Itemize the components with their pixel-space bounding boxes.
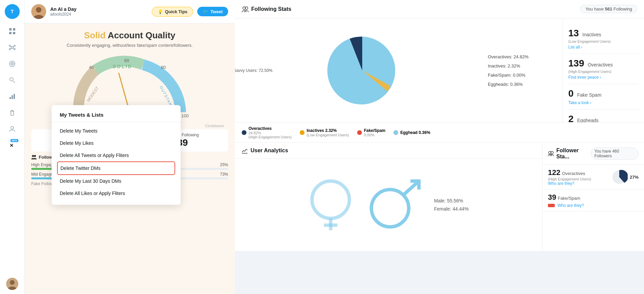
dropdown-item-3[interactable]: Delete Twitter DMs [57, 161, 175, 175]
svg-text:100: 100 [181, 113, 189, 118]
svg-point-9 [9, 48, 11, 50]
follower-overactives: 122 Overactives (High Engagement Users) … [542, 165, 644, 190]
inactives-link[interactable]: List all › [568, 45, 639, 50]
quality-title: Solid Account Quality [31, 30, 228, 41]
follower-fakespam-num: 39 [548, 193, 556, 201]
overactives-legend-sub2: (High Engagement Users) [249, 135, 292, 139]
svg-text:T: T [11, 9, 14, 14]
pie-legend: Overactives 24.82% (High Engagement User… [235, 122, 644, 142]
legend-overactives: Overactives 24.82% (High Engagement User… [242, 126, 292, 139]
gender-stats: Male: 55.56% Female: 44.44% [434, 198, 469, 212]
svg-rect-22 [14, 94, 15, 99]
user-avatar[interactable] [6, 278, 18, 290]
follower-overactives-link[interactable]: Who are they? [548, 181, 591, 186]
dropdown-item-1[interactable]: Delete My Likes [52, 137, 181, 149]
egghead-dot [393, 130, 398, 135]
dropdown-item-0[interactable]: Delete My Tweets [52, 125, 181, 137]
top-row: An AI a Day aitools2024 💡 Quick Tips 🐦 T… [24, 0, 644, 294]
svg-point-28 [36, 7, 41, 13]
legend-egghead: Egghead 0.36% [393, 130, 430, 135]
follower-overactives-sub: (High Engagement Users) [548, 177, 591, 181]
sidebar-icon-delete[interactable] [5, 106, 19, 119]
bottom-row: User Analytics [235, 142, 644, 251]
new-badge: NEW [11, 139, 18, 142]
svg-line-13 [11, 48, 11, 49]
svg-point-18 [10, 78, 13, 81]
svg-rect-21 [12, 95, 13, 99]
twitter-bird-icon: 🐦 [203, 9, 208, 14]
follower-overactives-label: Overactives [562, 171, 585, 176]
overactives-legend-label: Overactives [249, 126, 272, 131]
follower-stats-label: Follower Sta... [556, 148, 591, 160]
pie-label-overactives: Overactives: 24.82% [488, 54, 556, 59]
user-analytics-title: User Analytics [242, 148, 288, 154]
dropdown-item-4[interactable]: Delete My Last 30 Days DMs [52, 175, 181, 187]
pie-labels: Overactives: 24.82% Inactives: 2.32% Fak… [488, 24, 556, 117]
inactives-legend-label: Inactives 2.32% [307, 128, 337, 133]
svg-text:SOLID: SOLID [113, 64, 132, 69]
left-panel: An AI a Day aitools2024 💡 Quick Tips 🐦 T… [24, 0, 235, 294]
quick-tips-button[interactable]: 💡 Quick Tips [152, 7, 193, 17]
pie-label-fakespam: Fake/Spam: 0.00% [488, 73, 556, 78]
overactives-link[interactable]: Find inner peace › [568, 75, 639, 80]
svg-text:40: 40 [89, 65, 94, 70]
profile-handle: aitools2024 [50, 12, 148, 17]
sidebar-icon-network[interactable] [5, 41, 19, 54]
follower-stats-card: Follower Sta... You have 460 Followers 1… [542, 143, 644, 251]
tweet-button[interactable]: 🐦 Tweet [197, 7, 228, 16]
svg-line-12 [13, 46, 14, 47]
sidebar-icon-target[interactable] [5, 57, 19, 71]
social-savvy-label: Social Savvy Users: 72.50% [235, 68, 273, 73]
male-pct: Male: 55.56% [434, 198, 469, 203]
follower-fakespam: 39 Fake/Spam Who are they? [542, 190, 644, 212]
following-stats-card: Following Stats You have 561 Following [235, 0, 644, 142]
svg-point-26 [10, 280, 15, 285]
pie-label-inactives: Inactives: 2.32% [488, 63, 556, 68]
fakespam-number: 0 [568, 88, 574, 99]
dropdown-item-5[interactable]: Delete All Likes or Apply Fliters [52, 187, 181, 199]
dropdown-menu: My Tweets & Lists Delete My Tweets Delet… [52, 105, 181, 205]
svg-point-45 [312, 181, 349, 218]
app-logo: T [5, 4, 20, 19]
inactives-subtext: (Low Engagement Users) [568, 39, 639, 43]
svg-text:60: 60 [124, 58, 129, 63]
legend-fakespam: Fake/Spam 0.00% [357, 128, 385, 137]
legend-inactives: Inactives 2.32% (Low Engagement Users) [300, 128, 349, 137]
eggheads-type: Eggheads [577, 118, 599, 122]
sidebar: T [0, 0, 24, 294]
main-content: An AI a Day aitools2024 💡 Quick Tips 🐦 T… [24, 0, 644, 294]
left-header: An AI a Day aitools2024 💡 Quick Tips 🐦 T… [24, 0, 235, 23]
svg-point-17 [12, 63, 13, 64]
fakespam-link[interactable]: Take a look › [568, 100, 639, 105]
svg-point-41 [34, 155, 36, 157]
following-count-badge: You have 561 Following [580, 5, 637, 13]
svg-rect-4 [9, 32, 12, 34]
sidebar-icon-chart[interactable] [5, 90, 19, 103]
svg-point-6 [11, 46, 13, 48]
eggheads-number: 2 [568, 114, 574, 122]
svg-rect-2 [9, 28, 12, 31]
sidebar-icon-user[interactable] [5, 122, 19, 136]
svg-point-7 [9, 45, 11, 46]
follower-stats-header: Follower Sta... You have 460 Followers [542, 143, 644, 165]
profile-name: An AI a Day [50, 6, 148, 12]
follower-fakespam-link[interactable]: Who are they? [557, 203, 584, 208]
svg-line-14 [13, 48, 14, 49]
female-pct: Female: 44.44% [434, 206, 469, 212]
overactives-number: 139 [568, 58, 584, 68]
follower-stats-title: Follower Sta... [548, 148, 591, 160]
following-stats-header: Following Stats You have 561 Following [235, 0, 644, 18]
fakespam-dot [357, 130, 362, 135]
sidebar-icon-grid[interactable] [5, 24, 19, 38]
following-stats-title: Following Stats [242, 6, 291, 13]
pie-pct-label: 27% [630, 175, 639, 180]
svg-point-48 [371, 190, 409, 227]
following-stats-body: Social Savvy Users: 72.50% Overactives: … [235, 18, 644, 122]
svg-point-23 [11, 126, 14, 129]
pie-chart: Social Savvy Users: 72.50% [242, 24, 482, 117]
sidebar-icon-x[interactable]: ✕ NEW [5, 138, 19, 152]
sidebar-icon-search[interactable] [5, 73, 19, 87]
svg-point-10 [14, 48, 15, 50]
inactives-dot [300, 130, 305, 135]
dropdown-item-2[interactable]: Delete All Tweets or Apply Fliters [52, 149, 181, 161]
